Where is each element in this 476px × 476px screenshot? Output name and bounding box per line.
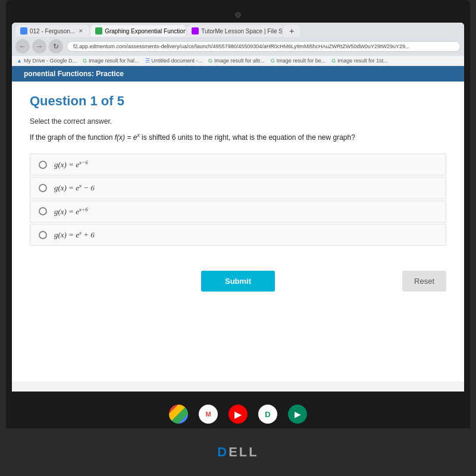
bookmark-5-label: Image result for 1st... xyxy=(337,58,388,64)
tabs-row: 012 - Ferguson... ✕ Graphing Exponential… xyxy=(15,25,461,37)
bookmark-1-label: Image result for hal... xyxy=(89,58,139,64)
bookmark-4[interactable]: G Image result for be... xyxy=(271,58,326,64)
taskbar-chrome-icon[interactable] xyxy=(169,405,188,424)
tab-2[interactable]: Graphing Exponential Functions ✕ xyxy=(90,25,186,37)
question-label: Question 1 of 5 xyxy=(30,93,446,109)
bookmark-2[interactable]: ☰ Untitled document -... xyxy=(145,58,203,64)
bookmark-drive-label: My Drive - Google D... xyxy=(24,58,77,64)
new-tab-btn[interactable]: + xyxy=(283,25,300,37)
option-c-text: g(x) = ex+6 xyxy=(54,206,88,217)
option-d[interactable]: g(x) = ex + 6 xyxy=(30,224,446,246)
radio-c[interactable] xyxy=(39,207,47,215)
bookmark-drive[interactable]: ▲ My Drive - Google D... xyxy=(17,58,77,64)
submit-button[interactable]: Submit xyxy=(201,271,275,292)
address-bar[interactable]: f2.app.edmentum.com/assessments-delivery… xyxy=(67,41,461,52)
radio-d[interactable] xyxy=(39,231,47,239)
keyboard-area: DELL xyxy=(0,428,476,476)
question-math-fx: f(x) = ex xyxy=(115,133,140,142)
bookmark-3-label: Image result for altr... xyxy=(214,58,265,64)
address-row: ← → ↻ f2.app.edmentum.com/assessments-de… xyxy=(12,37,464,56)
page-header: ponential Functions: Practice xyxy=(12,66,464,82)
back-button[interactable]: ← xyxy=(15,39,30,54)
tab-2-icon xyxy=(95,27,102,35)
option-b[interactable]: g(x) = ex − 6 xyxy=(30,177,446,199)
option-a-text: g(x) = ex−6 xyxy=(54,159,88,170)
option-b-text: g(x) = ex − 6 xyxy=(54,183,95,193)
option-d-text: g(x) = ex + 6 xyxy=(54,230,95,240)
browser-chrome: 012 - Ferguson... ✕ Graphing Exponential… xyxy=(12,23,464,37)
tab-1-label: 012 - Ferguson... xyxy=(30,28,75,35)
webcam xyxy=(235,12,241,18)
forward-button[interactable]: → xyxy=(32,39,46,54)
taskbar-gmail-icon[interactable]: M xyxy=(199,405,218,424)
option-a[interactable]: g(x) = ex−6 xyxy=(30,154,446,176)
tab-1-close[interactable]: ✕ xyxy=(77,27,84,35)
bookmark-4-label: Image result for be... xyxy=(277,58,326,64)
dell-logo: DELL xyxy=(217,444,258,460)
tab-2-label: Graphing Exponential Functions xyxy=(105,28,186,35)
bookmark-1[interactable]: G Image result for hal... xyxy=(83,58,139,64)
tab-1[interactable]: 012 - Ferguson... ✕ xyxy=(15,25,89,37)
radio-b[interactable] xyxy=(39,184,47,192)
radio-a[interactable] xyxy=(39,161,47,169)
browser-window: 012 - Ferguson... ✕ Graphing Exponential… xyxy=(12,23,464,392)
tab-3-label: TutorMe Lesson Space | File Sh... xyxy=(201,28,282,35)
nav-buttons: ← → ↻ xyxy=(15,39,63,54)
tab-1-icon xyxy=(20,27,27,35)
refresh-button[interactable]: ↻ xyxy=(49,39,63,54)
question-text: If the graph of the function f(x) = ex i… xyxy=(30,131,446,143)
button-row: Submit Reset xyxy=(12,259,464,303)
instruction: Select the correct answer. xyxy=(30,117,446,126)
option-c[interactable]: g(x) = ex+6 xyxy=(30,201,446,223)
options-list: g(x) = ex−6 g(x) = ex − 6 xyxy=(30,154,446,247)
bookmark-2-label: Untitled document -... xyxy=(152,58,203,64)
page-content: ponential Functions: Practice Question 1… xyxy=(12,66,464,381)
taskbar-drive-icon[interactable]: D xyxy=(258,405,277,424)
bookmark-5[interactable]: G Image result for 1st... xyxy=(331,58,388,64)
bookmarks-bar: ▲ My Drive - Google D... G Image result … xyxy=(12,56,464,66)
reset-button[interactable]: Reset xyxy=(402,271,446,292)
taskbar-play-icon[interactable]: ▶ xyxy=(288,405,307,424)
taskbar: M ▶ D ▶ xyxy=(6,400,470,428)
bookmark-3[interactable]: G Image result for altr... xyxy=(208,58,265,64)
tab-3[interactable]: TutorMe Lesson Space | File Sh... ✕ xyxy=(187,25,282,37)
tab-3-icon xyxy=(192,27,199,35)
page-title: ponential Functions: Practice xyxy=(24,70,124,78)
quiz-container: Question 1 of 5 Select the correct answe… xyxy=(12,82,464,259)
taskbar-youtube-icon[interactable]: ▶ xyxy=(228,405,248,424)
